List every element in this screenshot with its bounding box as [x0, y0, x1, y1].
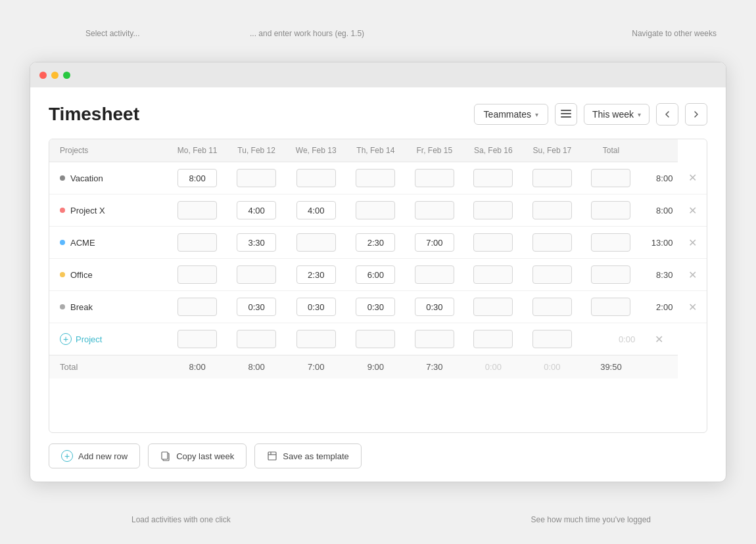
- total-su: 0:00: [523, 355, 582, 379]
- teammates-dropdown[interactable]: Teammates ▾: [474, 104, 548, 125]
- col-header-we: We, Feb 13: [286, 139, 346, 162]
- add-row-day-1: [227, 323, 286, 355]
- remove-row-button-4[interactable]: ✕: [686, 302, 699, 313]
- copy-last-week-button[interactable]: Copy last week: [148, 443, 247, 468]
- time-input-3-7[interactable]: [591, 265, 630, 284]
- time-cell-4-3: [346, 291, 406, 323]
- time-input-1-0[interactable]: [177, 201, 217, 219]
- time-input-0-6[interactable]: [532, 169, 572, 187]
- project-name-0[interactable]: Vacation: [60, 173, 162, 183]
- time-input-4-2[interactable]: [296, 298, 336, 316]
- time-cell-1-6: [523, 194, 582, 227]
- time-input-0-4[interactable]: [415, 169, 454, 187]
- time-input-0-7[interactable]: [591, 169, 630, 187]
- next-week-button[interactable]: [685, 103, 707, 125]
- time-cell-4-6: [523, 291, 582, 323]
- project-label-3: Office: [70, 270, 93, 280]
- list-icon: [561, 110, 571, 119]
- time-input-2-1[interactable]: [237, 233, 276, 252]
- this-week-dropdown[interactable]: This week ▾: [584, 104, 650, 125]
- project-dot-3: [60, 272, 65, 277]
- time-cell-3-1: [227, 259, 286, 291]
- time-cell-0-0: [168, 162, 227, 194]
- add-row-day-7: 0:00: [582, 323, 641, 355]
- time-input-2-6[interactable]: [532, 233, 572, 252]
- project-dot-4: [60, 304, 65, 309]
- save-as-template-button[interactable]: Save as template: [254, 443, 361, 468]
- total-week: 39:50: [582, 355, 641, 379]
- time-cell-0-6: [523, 162, 582, 194]
- project-name-2[interactable]: ACME: [60, 238, 162, 248]
- add-new-row-button[interactable]: + Add new row: [49, 443, 140, 468]
- time-input-3-5[interactable]: [473, 265, 513, 284]
- time-input-4-3[interactable]: [356, 298, 395, 316]
- time-input-2-0[interactable]: [177, 233, 217, 252]
- time-input-1-6[interactable]: [532, 201, 572, 219]
- total-tu: 8:00: [227, 355, 286, 379]
- remove-row-button-3[interactable]: ✕: [686, 269, 699, 281]
- time-input-4-4[interactable]: [415, 298, 454, 316]
- app-content: Timesheet Teammates ▾ This week ▾: [30, 87, 726, 482]
- time-cell-1-1: [227, 194, 286, 227]
- remove-row-button-0[interactable]: ✕: [686, 172, 699, 183]
- add-row-input-4[interactable]: [415, 330, 454, 348]
- window-minimize-dot[interactable]: [51, 72, 59, 79]
- add-row-input-6[interactable]: [532, 330, 572, 348]
- time-input-4-7[interactable]: [591, 298, 630, 316]
- time-input-1-3[interactable]: [356, 201, 395, 219]
- time-input-2-7[interactable]: [591, 233, 630, 252]
- time-cell-2-3: [346, 227, 406, 259]
- time-input-1-4[interactable]: [415, 201, 454, 219]
- time-input-2-5[interactable]: [473, 233, 513, 252]
- project-name-3[interactable]: Office: [60, 270, 162, 280]
- prev-week-button[interactable]: [656, 103, 678, 125]
- project-name-1[interactable]: Project X: [60, 206, 162, 215]
- time-input-2-4[interactable]: [415, 233, 454, 252]
- row-total-0: 8:00: [640, 162, 678, 194]
- time-input-4-5[interactable]: [473, 298, 513, 316]
- total-we: 7:00: [286, 355, 346, 379]
- col-header-projects: Projects: [49, 139, 168, 162]
- list-view-button[interactable]: [555, 103, 577, 125]
- time-input-2-2[interactable]: [296, 233, 336, 252]
- project-name-4[interactable]: Break: [60, 302, 162, 312]
- time-input-0-5[interactable]: [473, 169, 513, 187]
- time-cell-3-4: [405, 259, 464, 291]
- svg-rect-4: [162, 452, 168, 459]
- timesheet-table-container: Projects Mo, Feb 11 Tu, Feb 12 We, Feb 1…: [49, 139, 707, 433]
- time-input-3-6[interactable]: [532, 265, 572, 284]
- add-row-remove-button[interactable]: ✕: [652, 334, 666, 345]
- time-input-0-0[interactable]: [177, 169, 217, 187]
- window-maximize-dot[interactable]: [63, 72, 70, 79]
- annotation-select-activity: Select activity...: [85, 29, 139, 38]
- time-input-0-1[interactable]: [237, 169, 276, 187]
- add-row-input-5[interactable]: [473, 330, 513, 348]
- time-input-3-3[interactable]: [356, 265, 395, 284]
- col-header-total: Total: [582, 139, 641, 162]
- time-input-1-5[interactable]: [473, 201, 513, 219]
- time-input-3-1[interactable]: [237, 265, 276, 284]
- time-input-1-2[interactable]: [296, 201, 336, 219]
- time-input-0-3[interactable]: [356, 169, 395, 187]
- time-input-1-7[interactable]: [591, 201, 630, 219]
- time-input-2-3[interactable]: [356, 233, 395, 252]
- time-input-0-2[interactable]: [296, 169, 336, 187]
- time-input-4-0[interactable]: [177, 298, 217, 316]
- remove-row-button-2[interactable]: ✕: [686, 237, 699, 248]
- add-row-input-3[interactable]: [356, 330, 395, 348]
- time-input-3-4[interactable]: [415, 265, 454, 284]
- time-input-1-1[interactable]: [237, 201, 276, 219]
- time-input-4-6[interactable]: [532, 298, 572, 316]
- time-input-3-2[interactable]: [296, 265, 336, 284]
- time-input-4-1[interactable]: [237, 298, 276, 316]
- add-row-input-1[interactable]: [237, 330, 276, 348]
- add-row-input-2[interactable]: [296, 330, 336, 348]
- add-row-input-0[interactable]: [177, 330, 217, 348]
- window-close-dot[interactable]: [39, 72, 47, 79]
- time-input-3-0[interactable]: [177, 265, 217, 284]
- time-cell-4-0: [168, 291, 227, 323]
- remove-row-button-1[interactable]: ✕: [686, 205, 699, 216]
- time-cell-0-2: [286, 162, 346, 194]
- add-project-button[interactable]: + Project: [60, 333, 162, 345]
- copy-last-week-label: Copy last week: [176, 451, 234, 461]
